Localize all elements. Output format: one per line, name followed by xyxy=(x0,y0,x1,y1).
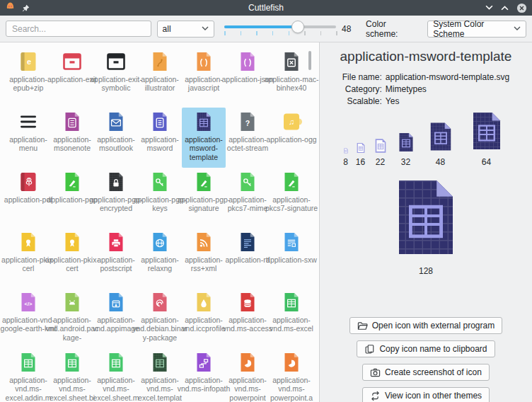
application-pgp-keys-icon xyxy=(149,171,171,193)
icon-label: application-pkcs7-signature xyxy=(264,195,320,213)
scrollbar-thumb[interactable] xyxy=(308,51,311,70)
action-button-label: Open icon with external program xyxy=(372,321,495,331)
folder-open-icon xyxy=(357,321,368,331)
app-icon xyxy=(5,1,16,15)
slider-tick xyxy=(304,31,306,35)
icon-grid: eapplication-epub+zipapplication-exitapp… xyxy=(0,42,319,402)
slider-tick xyxy=(272,31,274,35)
icon-label: application-vnd.ms-powerpoint.a xyxy=(264,376,320,402)
application-vnd-ms-access-icon xyxy=(236,291,259,314)
preview-size-32: 32 xyxy=(395,131,417,167)
cuttlefish-window: Cuttlefish all 48 Color scheme: System C… xyxy=(0,0,532,402)
close-button[interactable] xyxy=(516,3,527,13)
screenshot-button[interactable]: Create screenshot of icon xyxy=(362,364,490,381)
search-input[interactable] xyxy=(6,21,151,37)
color-scheme-dropdown[interactable]: System Color Scheme xyxy=(427,21,526,38)
application-vnd-google-earth-kml-icon: </> xyxy=(17,291,40,314)
field-value: application-msword-template.svg xyxy=(386,72,509,82)
window-title: Cuttlefish xyxy=(0,3,532,13)
open-external-button[interactable]: Open icon with external program xyxy=(349,317,502,334)
copy-name-button[interactable]: Copy icon name to clipboard xyxy=(357,340,495,357)
color-scheme-label: Color scheme: xyxy=(366,19,420,39)
preview-size-label: 8 xyxy=(343,157,348,167)
preview-large: 128 xyxy=(381,172,471,276)
svg-text:</>: </> xyxy=(25,301,33,307)
icon-label: application-mac-binhex40 xyxy=(264,75,320,93)
application-vnd-ms-infopath-icon xyxy=(192,351,215,374)
chevron-down-icon xyxy=(202,26,209,31)
grid-item-application-pkcs7-signature[interactable]: application-pkcs7-signature xyxy=(270,168,313,228)
slider-handle[interactable] xyxy=(291,21,304,33)
slider-tick xyxy=(289,31,290,35)
application-vnd-ms-excel-sheet-bi-icon xyxy=(61,351,83,374)
size-slider[interactable] xyxy=(224,20,336,38)
field-value: Mimetypes xyxy=(386,84,509,94)
slider-tick xyxy=(241,31,242,35)
icon-label: application-sxw xyxy=(264,255,320,264)
theme-switch-icon xyxy=(370,391,381,401)
preview-size-label: 128 xyxy=(419,266,433,276)
template-preview-icon xyxy=(355,142,366,154)
minimize-button[interactable] xyxy=(485,5,493,11)
action-buttons: Open icon with external programCopy icon… xyxy=(349,317,502,402)
application-pgp-icon xyxy=(61,171,83,193)
grid-item-application-vnd-ms-excel[interactable]: application-vnd.ms-excel xyxy=(270,288,313,348)
preview-size-8: 8 xyxy=(343,148,349,167)
slider-fill xyxy=(224,25,298,28)
application-vnd-ms-excel-sheet-m-icon xyxy=(105,351,127,374)
application-vnd-android-package-icon xyxy=(61,291,83,314)
grid-item-application-ogg[interactable]: ♫application-ogg xyxy=(270,108,313,168)
preview-size-48: 48 xyxy=(424,120,458,167)
preview-size-128: 128 xyxy=(381,172,471,276)
details-panel: application-msword-template File name:ap… xyxy=(320,42,532,402)
application-msword-template-icon xyxy=(192,110,215,133)
pin-icon[interactable] xyxy=(22,4,30,12)
application-octet-stream-icon: ? xyxy=(236,110,259,133)
chevron-down-icon xyxy=(514,26,521,31)
svg-text:♫: ♫ xyxy=(289,117,294,126)
preview-size-label: 32 xyxy=(401,157,410,167)
action-button-label: Copy icon name to clipboard xyxy=(379,344,487,354)
maximize-button[interactable] xyxy=(501,5,509,11)
field-label: Scalable: xyxy=(342,96,382,106)
grid-item-application-mac-binhex40[interactable]: application-mac-binhex40 xyxy=(270,47,313,108)
template-preview-icon xyxy=(381,172,471,263)
slider-tick xyxy=(336,31,337,35)
svg-text:e: e xyxy=(27,57,31,66)
titlebar: Cuttlefish xyxy=(0,0,532,16)
preview-size-label: 48 xyxy=(436,157,445,167)
template-preview-icon xyxy=(343,148,349,154)
slider-tick xyxy=(224,31,226,35)
application-vnd-ms-excel-addin-m-icon xyxy=(17,351,40,374)
icon-label: application-ogg xyxy=(264,135,320,144)
grid-item-application-sxw[interactable]: application-sxw xyxy=(270,228,313,288)
preview-row: 81622324864 xyxy=(343,108,509,167)
application-rtf-icon xyxy=(236,231,259,253)
application-vnd-debian-binary-package-icon xyxy=(149,291,171,314)
application-pkcs7-mime-icon xyxy=(236,171,259,193)
grid-item-application-vnd-ms-powerpoint-a[interactable]: application-vnd.ms-powerpoint.a xyxy=(270,348,313,402)
preview-size-22: 22 xyxy=(373,138,388,167)
application-pkcs7-signature-icon xyxy=(280,171,303,193)
view-themes-button[interactable]: View icon in other themes xyxy=(362,387,490,402)
application-vnd-iccprofile-icon xyxy=(192,291,215,314)
application-illustrator-icon xyxy=(149,50,171,73)
application-javascript-icon xyxy=(192,50,215,73)
selected-icon-title: application-msword-template xyxy=(340,49,512,64)
icon-grid-panel: eapplication-epub+zipapplication-exitapp… xyxy=(0,42,320,402)
template-preview-icon xyxy=(395,131,417,154)
application-exit-symbolic-icon xyxy=(105,50,127,73)
slider-tick xyxy=(320,31,322,35)
preview-size-label: 22 xyxy=(376,157,385,167)
field-label: File name: xyxy=(342,72,382,82)
action-button-label: View icon in other themes xyxy=(385,391,482,401)
category-filter-value: all xyxy=(163,24,171,34)
action-button-label: Create screenshot of icon xyxy=(385,367,482,377)
application-json-icon xyxy=(236,50,259,73)
application-pgp-signature-icon xyxy=(192,171,215,193)
application-vnd-ms-powerpoint-a-icon xyxy=(280,351,303,374)
grid-item-application-vnd-ms-excel-templat[interactable]: application-vnd.ms-excel.templat xyxy=(138,348,182,402)
preview-size-64: 64 xyxy=(464,108,509,167)
category-filter-dropdown[interactable]: all xyxy=(157,21,215,38)
application-pgp-encrypted-icon xyxy=(105,171,127,193)
